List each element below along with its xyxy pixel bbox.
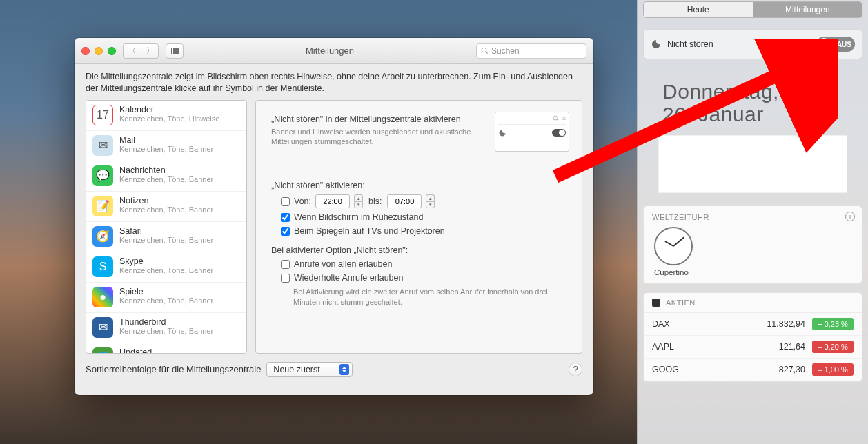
- tab-notifications[interactable]: Mitteilungen: [753, 2, 862, 17]
- dnd-label: Nicht stören: [667, 39, 811, 49]
- dnd-state: AUS: [837, 41, 851, 48]
- repeat-calls-checkbox[interactable]: [281, 274, 290, 283]
- zoom-button[interactable]: [108, 47, 116, 55]
- help-button[interactable]: ?: [569, 363, 582, 376]
- moon-icon: [498, 129, 506, 137]
- titlebar: 〈 〉 Mitteilungen Suchen: [75, 38, 593, 64]
- app-icon: S: [92, 256, 113, 277]
- stock-row[interactable]: DAX 11.832,94 + 0,23 %: [644, 313, 862, 336]
- app-sub: Kennzeichen, Töne, Banner: [119, 145, 213, 153]
- app-row[interactable]: 📝NotizenKennzeichen, Töne, Banner: [86, 192, 246, 222]
- repeat-note: Bei Aktivierung wird ein zweiter Anruf v…: [293, 287, 555, 307]
- app-row[interactable]: ✉︎MailKennzeichen, Töne, Banner: [86, 131, 246, 161]
- to-stepper[interactable]: ▴▾: [426, 194, 435, 208]
- worldclock-widget[interactable]: WELTZEITUHR i Cupertino: [643, 205, 862, 284]
- prefs-body: Die Mitteilungszentrale zeigt im Bildsch…: [75, 64, 593, 387]
- minimize-button[interactable]: [95, 47, 103, 55]
- dnd-toggle[interactable]: AUS: [816, 37, 855, 52]
- clock-icon: [654, 227, 693, 265]
- from-time-field[interactable]: [315, 194, 350, 208]
- app-name: Nachrichten: [119, 165, 213, 175]
- stock-value: 121,64: [779, 342, 805, 352]
- stock-row[interactable]: AAPL 121,64 – 0,20 %: [644, 336, 862, 359]
- app-icon: 💬: [92, 165, 113, 186]
- app-sub: Kennzeichen, Töne, Hinweise: [119, 114, 219, 123]
- stocks-icon: [652, 299, 660, 307]
- close-button[interactable]: [81, 47, 90, 55]
- stocks-widget[interactable]: AKTIEN DAX 11.832,94 + 0,23 %AAPL 121,64…: [643, 292, 862, 382]
- app-sub: Kennzeichen, Töne, Banner: [119, 236, 213, 244]
- app-name: Notizen: [119, 196, 213, 205]
- app-name: Skype: [119, 256, 213, 266]
- stock-row[interactable]: GOOG 827,30 – 1,00 %: [644, 359, 862, 381]
- app-row[interactable]: SSkypeKennzeichen, Töne, Banner: [86, 252, 246, 283]
- app-sub: Kennzeichen, Töne, Banner: [119, 327, 213, 335]
- notification-center: Heute Mitteilungen Nicht stören AUS Donn…: [637, 0, 868, 444]
- nc-date: Donnerstag, 26. Januar: [662, 80, 868, 125]
- info-icon[interactable]: i: [845, 212, 855, 221]
- dnd-thumbnail: ≡: [495, 112, 569, 152]
- while-dnd-title: Bei aktivierter Option „Nicht stören":: [271, 245, 566, 255]
- stock-symbol: GOOG: [652, 365, 779, 374]
- app-row[interactable]: 🧭SafariKennzeichen, Töne, Banner: [86, 222, 246, 252]
- stocks-title: AKTIEN: [666, 299, 696, 307]
- mirror-row: Beim Spiegeln auf TVs und Projektoren: [281, 226, 566, 236]
- app-name: Spiele: [119, 287, 213, 296]
- show-all-button[interactable]: [166, 43, 184, 59]
- repeat-calls-label: Wiederholte Anrufe erlauben: [294, 273, 403, 283]
- worldclock-title: WELTZEITUHR: [652, 213, 854, 221]
- sort-select[interactable]: Neue zuerst: [266, 362, 352, 377]
- app-sub: Kennzeichen, Töne, Banner: [119, 296, 213, 305]
- grid-icon: [171, 48, 179, 54]
- app-icon: ●: [92, 287, 113, 307]
- from-stepper[interactable]: ▴▾: [354, 194, 363, 208]
- app-sub: Kennzeichen, Töne, Banner: [119, 175, 213, 183]
- settings-pane: „Nicht stören" in der Mitteilungszentral…: [255, 100, 582, 354]
- app-list[interactable]: 17KalenderKennzeichen, Töne, Hinweise✉︎M…: [86, 100, 247, 354]
- app-row[interactable]: 🌐UpdatedKennzeichen, Töne, Banner: [86, 343, 246, 354]
- intro-text: Die Mitteilungszentrale zeigt im Bildsch…: [86, 71, 582, 94]
- app-row[interactable]: 17KalenderKennzeichen, Töne, Hinweise: [86, 101, 246, 131]
- repeat-calls-row: Wiederholte Anrufe erlauben: [281, 273, 566, 283]
- app-icon: ✉︎: [92, 135, 113, 156]
- stock-value: 11.832,94: [767, 319, 805, 329]
- app-name: Safari: [119, 226, 213, 236]
- app-row[interactable]: ●SpieleKennzeichen, Töne, Banner: [86, 283, 246, 313]
- clock-city: Cupertino: [654, 268, 854, 276]
- schedule-checkbox[interactable]: [281, 197, 290, 206]
- from-label: Von:: [294, 196, 311, 206]
- search-icon: [553, 115, 560, 122]
- sort-value: Neue zuerst: [273, 365, 319, 374]
- forward-button[interactable]: 〉: [141, 43, 159, 59]
- stock-change: + 0,23 %: [812, 318, 854, 330]
- search-placeholder: Suchen: [491, 46, 520, 56]
- mirror-label: Beim Spiegeln auf TVs und Projektoren: [294, 226, 445, 236]
- footer: Sortierreihenfolge für die Mitteilungsze…: [86, 362, 582, 377]
- moon-icon: [651, 39, 662, 50]
- allow-calls-label: Anrufe von allen erlauben: [294, 259, 392, 269]
- to-time-field[interactable]: [387, 194, 422, 208]
- date-line2: 26. Januar: [662, 103, 868, 125]
- nc-tabs: Heute Mitteilungen: [643, 1, 862, 18]
- allow-calls-checkbox[interactable]: [281, 260, 290, 269]
- app-row[interactable]: 💬NachrichtenKennzeichen, Töne, Banner: [86, 161, 246, 192]
- chevron-updown-icon: [339, 364, 349, 375]
- sleep-checkbox[interactable]: [281, 213, 290, 222]
- app-icon: 🌐: [92, 347, 113, 354]
- app-name: Updated: [119, 347, 213, 354]
- app-name: Thunderbird: [119, 317, 213, 327]
- nav-buttons: 〈 〉: [123, 43, 159, 59]
- stock-value: 827,30: [779, 365, 805, 374]
- app-row[interactable]: ✉︎ThunderbirdKennzeichen, Töne, Banner: [86, 313, 246, 343]
- tab-today[interactable]: Heute: [644, 2, 753, 17]
- stocks-header: AKTIEN: [644, 293, 862, 313]
- dnd-activate-title: „Nicht stören" aktivieren:: [271, 181, 566, 190]
- date-line1: Donnerstag,: [662, 80, 868, 103]
- stock-symbol: AAPL: [652, 342, 779, 352]
- nc-blank-widget: [658, 135, 847, 193]
- mirror-checkbox[interactable]: [281, 227, 290, 236]
- search-field[interactable]: Suchen: [476, 43, 586, 59]
- app-icon: 🧭: [92, 226, 113, 247]
- app-name: Kalender: [119, 105, 219, 114]
- back-button[interactable]: 〈: [123, 43, 141, 59]
